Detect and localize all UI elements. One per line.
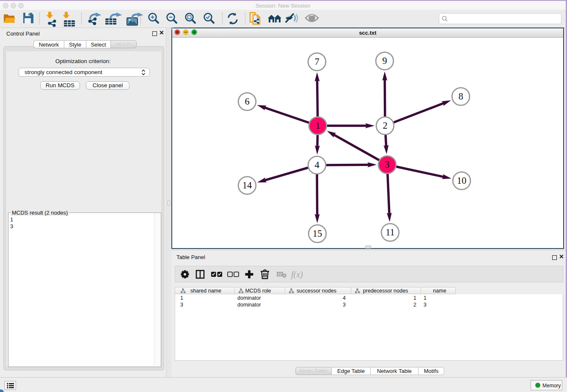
svg-text:15: 15 [313,228,322,239]
svg-text:11: 11 [385,227,395,237]
svg-text:7: 7 [314,56,319,67]
svg-text:1: 1 [315,120,320,131]
svg-text:6: 6 [245,96,249,107]
svg-text:3: 3 [385,159,389,170]
svg-text:8: 8 [458,91,463,102]
svg-text:f(x): f(x) [291,270,303,279]
svg-text:2: 2 [383,120,387,131]
svg-text:9: 9 [382,55,387,66]
svg-text:4: 4 [314,160,319,170]
svg-text:10: 10 [457,175,467,186]
svg-text:14: 14 [242,180,252,190]
